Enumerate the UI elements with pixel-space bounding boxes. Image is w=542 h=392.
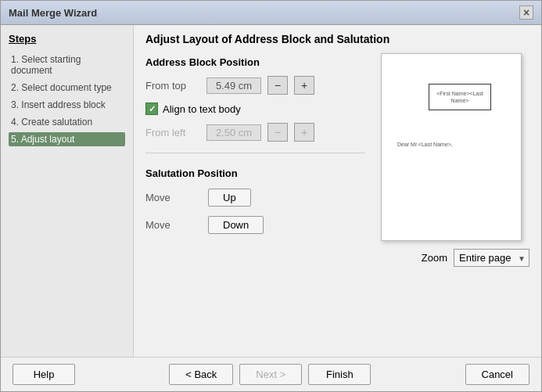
close-button[interactable]: × <box>519 5 533 20</box>
from-left-value: 2.50 cm <box>206 124 261 141</box>
mail-merge-dialog: Mail Merge Wizard × Steps 1. Select star… <box>0 0 542 392</box>
dialog-title: Mail Merge Wizard <box>9 7 97 19</box>
content-preview-wrapper: Address Block Position From top 5.49 cm … <box>145 53 529 349</box>
sidebar-title: Steps <box>9 33 125 45</box>
finish-button[interactable]: Finish <box>308 364 371 385</box>
divider <box>145 153 365 153</box>
preview-salutation: Dear Mr.<Last Name>, <box>397 142 453 147</box>
footer-center-buttons: < Back Next > Finish <box>169 364 371 385</box>
zoom-select[interactable]: Entire page 50% 75% 100% 150% <box>454 249 529 267</box>
sidebar-item-5[interactable]: 5. Adjust layout <box>9 132 125 146</box>
align-checkbox[interactable] <box>145 102 158 115</box>
preview-address-block: <First Name><Last Name> <box>429 84 491 110</box>
from-top-value: 5.49 cm <box>206 77 261 94</box>
sidebar-item-2[interactable]: 2. Select document type <box>9 81 125 95</box>
move-up-button[interactable]: Up <box>208 189 251 207</box>
preview-page: <First Name><Last Name> Dear Mr.<Last Na… <box>381 53 522 241</box>
zoom-label: Zoom <box>422 252 447 264</box>
dialog-body: Steps 1. Select starting document 2. Sel… <box>1 25 541 357</box>
address-block-section-header: Address Block Position <box>145 56 365 68</box>
sidebar-item-3[interactable]: 3. Insert address block <box>9 98 125 112</box>
from-top-row: From top 5.49 cm − + <box>145 76 365 95</box>
help-button[interactable]: Help <box>13 364 75 385</box>
from-left-row: From left 2.50 cm − + <box>145 123 365 142</box>
zoom-select-wrapper[interactable]: Entire page 50% 75% 100% 150% <box>454 249 529 267</box>
salutation-section-header: Salutation Position <box>145 167 365 179</box>
move-up-row: Move Up <box>145 189 365 207</box>
align-checkbox-label: Align to text body <box>163 103 241 115</box>
align-checkbox-row: Align to text body <box>145 102 365 115</box>
sidebar-item-4[interactable]: 4. Create salutation <box>9 115 125 129</box>
from-top-plus-button[interactable]: + <box>294 76 314 95</box>
sidebar: Steps 1. Select starting document 2. Sel… <box>1 25 134 357</box>
move-down-button[interactable]: Down <box>208 216 264 234</box>
main-content: Adjust Layout of Address Block and Salut… <box>134 25 541 357</box>
zoom-row: Zoom Entire page 50% 75% 100% 150% <box>422 249 529 267</box>
form-area: Address Block Position From top 5.49 cm … <box>145 53 365 349</box>
sidebar-item-1[interactable]: 1. Select starting document <box>9 52 125 77</box>
move-down-label: Move <box>145 219 200 231</box>
from-left-minus-button: − <box>267 123 288 142</box>
from-left-label: From left <box>145 127 200 138</box>
from-left-plus-button: + <box>294 123 314 142</box>
back-button[interactable]: < Back <box>169 364 233 385</box>
from-top-label: From top <box>145 80 200 92</box>
title-bar: Mail Merge Wizard × <box>1 1 541 25</box>
move-down-row: Move Down <box>145 216 365 234</box>
footer: Help < Back Next > Finish Cancel <box>1 357 541 391</box>
cancel-button[interactable]: Cancel <box>465 364 529 385</box>
from-top-minus-button[interactable]: − <box>267 76 288 95</box>
move-up-label: Move <box>145 192 200 203</box>
page-title: Adjust Layout of Address Block and Salut… <box>145 33 529 45</box>
preview-panel: <First Name><Last Name> Dear Mr.<Last Na… <box>373 53 529 349</box>
next-button[interactable]: Next > <box>239 364 302 385</box>
